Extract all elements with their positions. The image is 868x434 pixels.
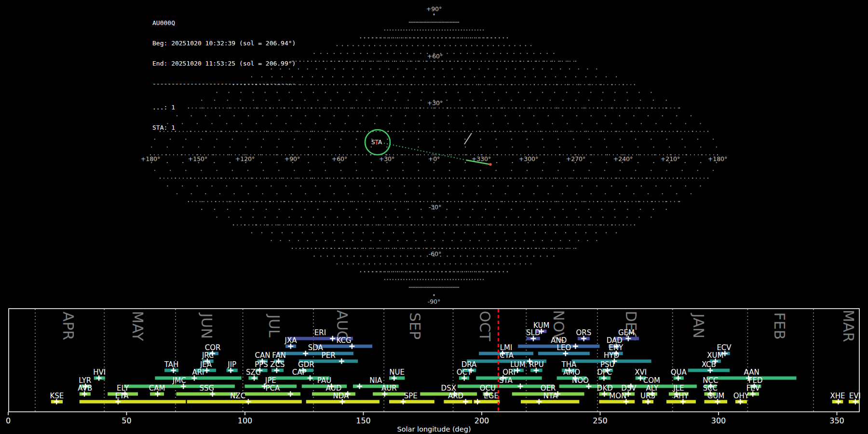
shower-bar-AUR [373, 393, 405, 396]
map-lon-label: +150° [188, 155, 208, 163]
shower-label-JMC: JMC [172, 376, 186, 385]
shower-bar-ARI [155, 377, 241, 380]
shower-label-ZCS: ZCS [270, 360, 285, 369]
shower-label-KSE: KSE [50, 392, 64, 400]
x-tick-label: 200 [475, 416, 489, 425]
month-label: MAR [840, 310, 857, 342]
shower-peak-marker [339, 359, 344, 364]
shower-peak-marker [573, 344, 578, 349]
shower-bar-STA [458, 385, 554, 388]
sta-count: STA: 1 [152, 124, 296, 131]
x-tick-label: 50 [122, 416, 131, 425]
map-lon-label: +120° [235, 155, 255, 163]
shower-label-ERI: ERI [314, 328, 326, 337]
x-tick-label: 100 [238, 416, 253, 425]
shower-peak-marker [463, 399, 468, 405]
shower-label-HVI: HVI [93, 368, 106, 377]
shower-label-JIP: JIP [227, 360, 236, 369]
shower-label-KCG: KCG [336, 336, 351, 345]
month-label: JUN [198, 312, 215, 339]
shower-bar-NZC [187, 400, 302, 404]
shower-bar-SSG [176, 393, 238, 396]
map-lon-label: +90° [285, 155, 300, 163]
shower-label-HYD: HYD [604, 351, 619, 360]
shower-label-PCA: PCA [266, 384, 281, 393]
shower-label-AUR: AUR [381, 384, 397, 393]
month-label: APR [60, 312, 77, 340]
map-lon-label: +180° [708, 155, 728, 163]
map-lon-label: +300° [519, 155, 539, 163]
shower-peak-marker [308, 376, 313, 381]
shower-label-AMO: AMO [563, 368, 580, 377]
shower-label-ETA: ETA [115, 392, 129, 400]
shower-peak-marker [288, 392, 293, 397]
shower-bar-JMC [124, 385, 235, 388]
shower-label-CAP: CAP [292, 368, 307, 377]
shower-bar-NTA [521, 400, 579, 404]
separator-line: -------------------------------------- [152, 81, 296, 87]
shower-row: KSEETANZCNDASPEARDEGENTAMONURSAHYGUMOHYX… [50, 392, 860, 405]
shower-label-AHY: AHY [674, 392, 689, 400]
shower-label-SSG: SSG [200, 384, 215, 393]
shower-label-NDA: NDA [333, 392, 350, 400]
shower-label-STA: STA [499, 376, 513, 385]
month-label: JUL [266, 313, 283, 338]
month-label: MAY [129, 311, 146, 341]
shower-label-XUM: XUM [707, 351, 723, 360]
shower-label-OCT: OCT [457, 368, 472, 377]
map-lon-label: +240° [613, 155, 633, 163]
shower-peak-marker [357, 384, 362, 389]
map-lat-label: -30° [429, 203, 442, 211]
shower-bar-SDA [278, 352, 353, 355]
x-tick-label: 0 [6, 416, 11, 425]
x-tick-label: 250 [593, 416, 608, 425]
shower-peak-marker [518, 384, 523, 389]
map-pole-top-label: +90° [426, 5, 442, 13]
shower-label-ORI: ORI [502, 368, 515, 377]
shower-label-CAN: CAN [255, 351, 271, 360]
shower-label-AAN: AAN [744, 368, 760, 377]
figure-canvas: +90°-90°+60°+30°-30°-60°+180°+150°+120°+… [0, 0, 868, 434]
shower-bar-SPE [389, 400, 434, 404]
shower-label-EGE: EGE [484, 392, 499, 400]
shower-label-JRC: JRC [202, 351, 214, 360]
month-label: OCT [476, 311, 493, 342]
meteor-trail [464, 133, 472, 144]
shower-label-TAH: TAH [164, 360, 179, 369]
shower-label-DPC: DPC [597, 368, 612, 377]
month-label: FEB [771, 312, 788, 340]
map-lon-label: +30° [379, 155, 395, 163]
shower-label-ORS: ORS [576, 328, 592, 337]
shower-label-XCB: XCB [702, 360, 716, 369]
shower-label-SZC: SZC [246, 368, 260, 377]
shower-label-XHE: XHE [830, 392, 845, 400]
shower-row: LYRJMCJPEPAUNIASTANOOCOMNCCFED [79, 376, 762, 389]
shower-peak-marker [303, 351, 308, 356]
shower-label-ARI: ARI [192, 368, 204, 377]
shower-label-MON: MON [609, 392, 626, 400]
x-tick-label: 300 [711, 416, 726, 425]
begin-time-line: Beg: 20251020 10:32:39 (sol = 206.94°) [152, 40, 296, 47]
shower-peak-marker [245, 399, 251, 405]
shower-label-NIA: NIA [369, 376, 382, 385]
shower-label-LEO: LEO [557, 343, 571, 352]
map-lon-label: +60° [332, 155, 348, 163]
header-block: AU000Q Beg: 20251020 10:32:39 (sol = 206… [152, 6, 296, 138]
end-time-line: End: 20251020 11:53:25 (sol = 206.99°) [152, 60, 296, 67]
shower-peak-marker [536, 399, 542, 405]
shower-label-QUA: QUA [671, 368, 687, 377]
shower-peak-marker [475, 399, 480, 405]
map-lon-label: +210° [661, 155, 680, 163]
session-title: AU000Q [152, 20, 296, 27]
shower-label-ARD: ARD [448, 392, 463, 400]
shower-bar-MON [599, 400, 635, 404]
shower-label-AVB: AVB [78, 384, 92, 393]
shower-label-GUM: GUM [707, 392, 725, 400]
shower-bar-ETA [80, 400, 186, 404]
shower-label-RPU: RPU [529, 360, 543, 369]
shower-label-JXA: JXA [285, 336, 298, 345]
shower-label-CTA: CTA [500, 351, 514, 360]
map-lon-label: +180° [141, 155, 161, 163]
shower-label-NOO: NOO [572, 376, 589, 385]
shower-label-SLD: SLD [526, 328, 540, 337]
